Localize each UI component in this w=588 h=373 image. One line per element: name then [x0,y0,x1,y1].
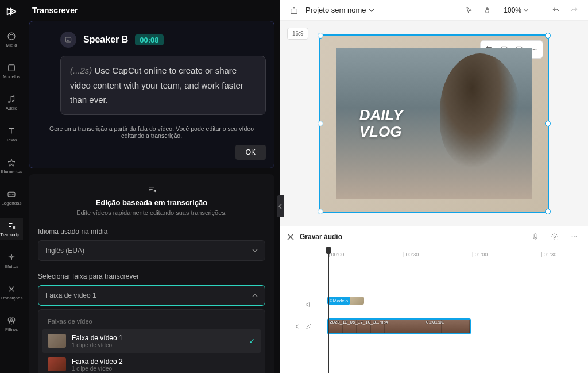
model-clip[interactable]: Modelo [327,297,350,305]
mute-icon[interactable] [295,323,302,330]
sidebar-item-label: Transcriç... [0,232,22,237]
track-select[interactable]: Faixa de vídeo 1 [38,285,265,306]
dropdown-item-sub: 1 clipe de vídeo [72,366,256,372]
svg-point-12 [533,49,535,50]
timeline-track-video: 2023_12_05_17_10_31.mp4 01:01:01 [280,317,588,336]
audio-record-bar: Gravar áudio [280,226,588,247]
sidebar-item-transcribe[interactable]: Transcriç... [0,218,23,240]
close-icon[interactable] [287,233,294,240]
panel-title: Transcrever [23,0,280,21]
cursor-tool[interactable] [462,3,476,17]
sidebar-item-text[interactable]: Texto [0,124,23,145]
mute-icon[interactable] [305,301,312,308]
track-thumbnail [48,357,66,371]
track-dropdown: Faixas de vídeo Faixa de vídeo 1 1 clipe… [38,309,265,374]
svg-rect-14 [534,233,536,237]
ruler-mark: | 01:30 [541,252,556,257]
language-select[interactable]: Inglês (EUA) [38,240,265,261]
chevron-down-icon [524,8,528,13]
video-frame[interactable]: DAILY VLOG [319,34,549,213]
transcript-delay: (...2s) [70,66,92,75]
transcript-text: (...2s) Use CapCut online to create or s… [60,56,266,115]
more-icon[interactable] [567,230,581,244]
settings-icon[interactable] [548,230,562,244]
sidebar-item-label: Mídia [6,43,17,48]
resize-handle[interactable] [318,209,323,214]
dropdown-item-track1[interactable]: Faixa de vídeo 1 1 clipe de vídeo ✓ [42,329,261,353]
resize-handle[interactable] [545,121,551,126]
ruler-mark: | 01:00 [472,252,488,257]
ruler-mark: | 00:30 [403,252,419,257]
zoom-select[interactable]: 100% [499,6,533,14]
sidebar-item-elements[interactable]: Elementos [0,155,23,176]
sidebar-item-label: Efeitos [5,264,18,269]
clip-duration: 01:01:01 [426,320,444,325]
app-logo[interactable] [5,5,18,18]
dropdown-header: Faixas de vídeo [42,313,261,329]
resize-handle[interactable] [545,209,551,214]
transcribe-panel: Transcrever Speaker B 00:08 (...2s) Use … [23,0,280,373]
model-clip-thumb[interactable] [350,297,364,305]
svg-point-16 [572,236,573,237]
sidebar-item-captions[interactable]: Legendas [0,187,23,208]
panel-collapse-button[interactable] [277,195,284,217]
svg-point-15 [554,236,556,238]
resize-handle[interactable] [545,33,551,39]
sidebar-item-label: Transições [1,295,23,301]
audio-label: Gravar áudio [300,233,523,241]
sidebar-item-effects[interactable]: Efeitos [0,250,23,271]
project-title[interactable]: Projeto sem nome [305,6,458,14]
svg-rect-19 [330,299,332,302]
clip-filename: 2023_12_05_17_10_31.mp4 [330,320,388,325]
svg-rect-8 [65,37,71,42]
svg-point-17 [574,236,575,237]
timeline[interactable]: | 00:00 | 00:30 | 01:00 | 01:30 Modelo [280,247,588,373]
top-toolbar: Projeto sem nome 100% [280,0,588,21]
track-select-label: Selecionar faixa para transcrever [38,272,265,280]
undo-button[interactable] [549,3,563,17]
canvas[interactable]: 16:9 DAILY VLOG [280,21,588,226]
edit-track-icon[interactable] [305,323,312,330]
redo-button[interactable] [567,3,581,17]
sidebar-item-filters[interactable]: Filtros [0,313,23,334]
sidebar-item-label: Modelos [3,74,20,79]
dropdown-item-track2[interactable]: Faixa de vídeo 2 1 clipe de vídeo [42,353,261,374]
dropdown-item-title: Faixa de vídeo 1 [72,334,243,342]
chevron-down-icon [369,7,374,13]
language-label: Idioma usado na mídia [38,228,265,236]
sidebar-item-label: Legendas [1,201,21,206]
editor-area: Projeto sem nome 100% 16:9 [280,0,588,373]
sidebar-item-label: Filtros [5,327,18,332]
resize-handle[interactable] [318,121,323,126]
playhead[interactable] [328,248,329,373]
edit-section: Edição baseada em transcrição Edite víde… [29,174,274,374]
zoom-value: 100% [504,6,521,14]
hand-tool[interactable] [481,3,494,17]
sidebar-item-templates[interactable]: Modelos [0,60,23,82]
sidebar-item-transitions[interactable]: Transições [0,282,23,303]
microphone-icon[interactable] [528,230,542,244]
svg-point-2 [9,101,10,103]
ok-button[interactable]: OK [235,145,266,160]
speaker-icon [60,32,76,48]
sidebar-item-audio[interactable]: Áudio [0,92,23,113]
check-icon: ✓ [249,336,256,345]
speaker-timestamp: 00:08 [135,34,163,45]
promo-card: Speaker B 00:08 (...2s) Use CapCut onlin… [29,21,274,168]
aspect-ratio-badge[interactable]: 16:9 [287,28,308,40]
dropdown-item-sub: 1 clipe de vídeo [72,342,243,348]
edit-subtitle: Edite vídeos rapidamente editando suas t… [38,209,265,216]
resize-handle[interactable] [318,33,323,39]
track-thumbnail [48,334,66,348]
timeline-track-model: Modelo [280,295,588,314]
dropdown-item-title: Faixa de vídeo 2 [72,357,256,366]
svg-rect-4 [8,192,15,197]
home-icon[interactable] [287,3,301,17]
sidebar-item-label: Elementos [1,169,22,174]
sidebar-item-media[interactable]: Mídia [0,29,23,50]
promo-description: Gere uma transcrição a partir da fala do… [37,125,266,139]
svg-point-3 [13,101,14,102]
transcript-body: Use CapCut online to create or share vid… [70,66,243,105]
speaker-name: Speaker B [83,34,128,45]
language-value: Inglês (EUA) [45,247,84,255]
